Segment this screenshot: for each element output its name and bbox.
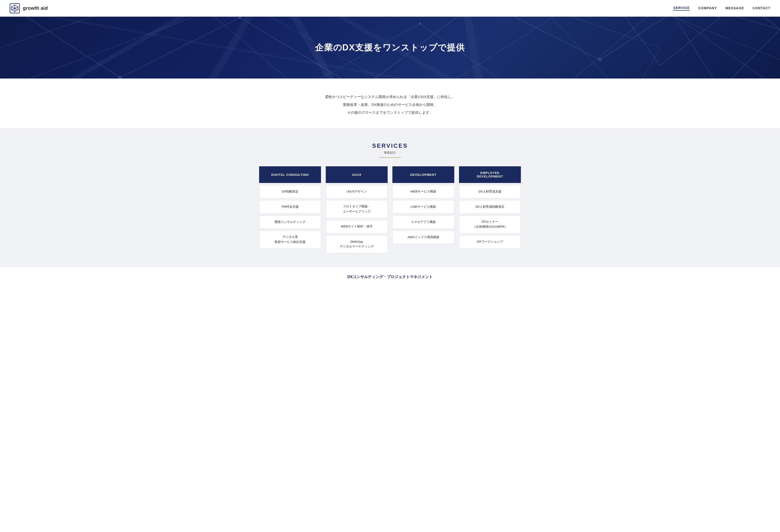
svg-point-33: [598, 58, 602, 61]
services-heading: SERVICES 事業紹介: [9, 143, 771, 158]
services-section: SERVICES 事業紹介 DIGITAL CONSULTING DX戦略策定 …: [0, 128, 780, 268]
services-heading-en: SERVICES: [9, 143, 771, 149]
svg-line-27: [0, 17, 240, 17]
intro-line1: 柔軟かつスピーディーなシステム開発が求められる「企業のDX支援」に特化し、: [325, 95, 455, 99]
nav-service[interactable]: SERVICE: [673, 6, 690, 11]
service-grid: DIGITAL CONSULTING DX戦略策定 PM伴走支援 開発コンサルテ…: [259, 166, 521, 253]
service-item: 開発コンサルティング: [259, 215, 321, 229]
service-item: DX人材育成支援: [459, 185, 521, 198]
logo-icon: [9, 3, 20, 13]
service-item: UI/UXデザイン: [326, 185, 388, 198]
main-nav: SERVICE COMPANY MESSAGE CONTACT: [673, 6, 771, 11]
service-item: DX人材育成戦略策定: [459, 200, 521, 213]
services-heading-ja: 事業紹介: [379, 151, 401, 158]
services-sub-heading: 事業紹介: [9, 149, 771, 158]
service-col-uiux: UI/UX UI/UXデザイン プロトタイプ構築・ ユーザーヒアリング WEBサ…: [326, 166, 388, 253]
nav-message[interactable]: MESSAGE: [726, 6, 744, 10]
intro-section: 柔軟かつスピーディーなシステム開発が求められる「企業のDX支援」に特化し、 業務…: [0, 79, 780, 128]
hero-title: 企業のDX支援をワンストップで提供: [315, 42, 465, 53]
svg-line-22: [600, 17, 780, 59]
service-item: DXセミナー （企画/開発/UIUX/BPR）: [459, 215, 521, 233]
nav-company[interactable]: COMPANY: [698, 6, 717, 10]
col-header-development: DEVELOPMENT: [392, 166, 454, 183]
service-item: スマホアプリ構築: [392, 215, 454, 229]
svg-line-14: [180, 17, 300, 79]
svg-line-11: [600, 17, 720, 59]
intro-text: 柔軟かつスピーディーなシステム開発が求められる「企業のDX支援」に特化し、 業務…: [9, 93, 771, 116]
svg-line-19: [0, 17, 240, 79]
svg-line-10: [480, 17, 600, 59]
header: growth aid SERVICE COMPANY MESSAGE CONTA…: [0, 0, 780, 17]
svg-point-30: [238, 17, 242, 19]
svg-line-17: [540, 17, 660, 79]
service-item: プロトタイプ構築・ ユーザーヒアリング: [326, 200, 388, 218]
svg-line-6: [0, 17, 120, 78]
intro-line2: 業務改革・改善、DX推進のためのサービス企画から開発、: [343, 103, 437, 107]
logo-area: growth aid: [9, 3, 48, 13]
service-item: DX戦略策定: [259, 185, 321, 198]
svg-line-26: [120, 78, 360, 79]
svg-marker-25: [540, 17, 660, 79]
logo-text: growth aid: [23, 5, 48, 11]
col-header-employee-dev: EMPLOYEE DEVELOPMENT: [459, 166, 521, 183]
svg-point-29: [118, 76, 122, 79]
nav-contact[interactable]: CONTACT: [752, 6, 771, 10]
hero-section: 企業のDX支援をワンストップで提供: [0, 17, 780, 79]
bottom-title: DXコンサルティング・プロジェクトマネジメント: [9, 275, 771, 280]
col-header-uiux: UI/UX: [326, 166, 388, 183]
service-item: デジタル系 新規サービス創出支援: [259, 231, 321, 249]
service-item: WEBサイト制作・保守: [326, 220, 388, 233]
svg-point-36: [419, 22, 421, 25]
service-item: WEBサービス構築: [392, 185, 454, 198]
service-item: PM伴走支援: [259, 200, 321, 213]
service-col-digital-consulting: DIGITAL CONSULTING DX戦略策定 PM伴走支援 開発コンサルテ…: [259, 166, 321, 253]
col-header-digital-consulting: DIGITAL CONSULTING: [259, 166, 321, 183]
bottom-section: DXコンサルティング・プロジェクトマネジメント: [0, 268, 780, 284]
service-item: LINEサービス構築: [392, 200, 454, 213]
service-col-employee-dev: EMPLOYEE DEVELOPMENT DX人材育成支援 DX人材育成戦略策定…: [459, 166, 521, 253]
svg-line-7: [120, 17, 240, 78]
service-item: DXワークショップ: [459, 235, 521, 249]
service-item: AWSインフラ環境構築: [392, 231, 454, 244]
service-col-development: DEVELOPMENT WEBサービス構築 LINEサービス構築 スマホアプリ構…: [392, 166, 454, 253]
service-item: Web/App デジタルマーケティング: [326, 235, 388, 253]
intro-line3: その後のグロースまでをワンストップで提供します。: [347, 110, 433, 114]
svg-line-12: [720, 17, 780, 30]
